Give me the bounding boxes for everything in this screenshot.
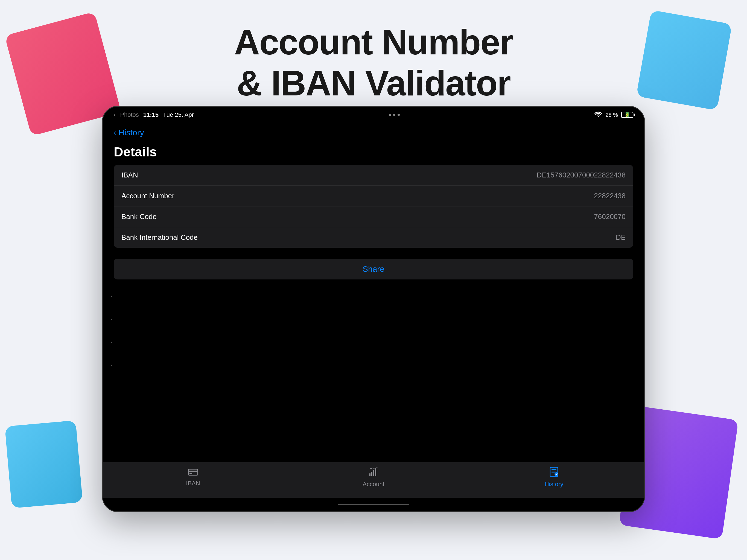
back-chevron-icon: ‹ xyxy=(114,128,116,137)
iban-value: DE15760200700022822438 xyxy=(537,171,626,179)
svg-rect-6 xyxy=(375,468,376,476)
account-tab-icon xyxy=(368,467,379,479)
svg-rect-4 xyxy=(371,472,372,476)
svg-rect-5 xyxy=(373,470,374,476)
scroll-dot-3 xyxy=(111,342,112,343)
details-table: IBAN DE15760200700022822438 Account Numb… xyxy=(114,165,633,248)
svg-rect-0 xyxy=(188,469,198,475)
charging-icon: ⚡ xyxy=(624,112,630,118)
svg-rect-2 xyxy=(189,473,192,474)
tab-bar: IBAN Account xyxy=(103,462,644,498)
home-bar xyxy=(338,504,409,505)
tab-item-iban[interactable]: IBAN xyxy=(166,467,221,487)
table-row-account-number: Account Number 22822438 xyxy=(114,186,633,206)
home-indicator xyxy=(103,498,644,511)
battery-icon: ⚡ xyxy=(621,112,633,118)
wifi-icon xyxy=(594,111,602,119)
bank-international-code-label: Bank International Code xyxy=(121,233,198,242)
iban-tab-label: IBAN xyxy=(186,480,200,487)
status-left: ‹ Photos 11:15 Tue 25. Apr xyxy=(114,111,194,119)
status-time: 11:15 xyxy=(143,111,159,119)
scroll-indicators xyxy=(111,296,112,366)
tab-item-account[interactable]: Account xyxy=(346,467,401,488)
details-title: Details xyxy=(114,144,633,159)
nav-bar: ‹ History xyxy=(103,123,644,140)
account-number-label: Account Number xyxy=(121,192,175,200)
app-content: ‹ History Details IBAN DE157602007000228… xyxy=(103,123,644,511)
svg-rect-1 xyxy=(188,470,198,472)
status-center-dots xyxy=(389,114,400,116)
status-photos-label: Photos xyxy=(120,111,139,119)
status-dot-3 xyxy=(397,114,400,116)
status-dot-1 xyxy=(389,114,391,116)
status-dot-2 xyxy=(393,114,395,116)
page-title: Account Number & IBAN Validator xyxy=(182,22,565,104)
share-button[interactable]: Share xyxy=(114,259,633,279)
bg-decoration-cyan-left xyxy=(5,420,83,508)
status-back-arrow: ‹ xyxy=(114,111,115,119)
share-container: Share xyxy=(103,253,644,285)
account-number-value: 22822438 xyxy=(594,192,626,200)
bank-international-code-value: DE xyxy=(616,233,626,242)
content-spacer xyxy=(103,285,644,462)
bg-decoration-blue-top xyxy=(636,10,732,110)
details-section: Details IBAN DE15760200700022822438 Acco… xyxy=(103,140,644,253)
status-date: Tue 25. Apr xyxy=(163,111,194,119)
scroll-dot-4 xyxy=(111,365,112,366)
table-row-bank-code: Bank Code 76020070 xyxy=(114,206,633,227)
bank-code-label: Bank Code xyxy=(121,212,157,221)
svg-point-11 xyxy=(555,472,558,476)
table-row-iban: IBAN DE15760200700022822438 xyxy=(114,165,633,186)
back-nav-button[interactable]: ‹ History xyxy=(114,128,633,137)
scroll-dot-2 xyxy=(111,319,112,320)
bank-code-value: 76020070 xyxy=(594,212,626,221)
device-frame: ‹ Photos 11:15 Tue 25. Apr 28 % ⚡ xyxy=(103,107,644,511)
status-bar: ‹ Photos 11:15 Tue 25. Apr 28 % ⚡ xyxy=(103,107,644,123)
battery-percent: 28 % xyxy=(606,112,618,118)
share-label: Share xyxy=(363,264,384,274)
scroll-dot-1 xyxy=(111,296,112,297)
status-right: 28 % ⚡ xyxy=(594,111,633,119)
svg-rect-3 xyxy=(369,473,370,476)
page-title-line2: & IBAN Validator xyxy=(237,63,511,103)
back-nav-label: History xyxy=(119,128,144,137)
page-title-line1: Account Number xyxy=(234,22,513,62)
iban-tab-icon xyxy=(188,467,198,478)
table-row-bank-international-code: Bank International Code DE xyxy=(114,227,633,248)
history-tab-label: History xyxy=(545,481,563,488)
iban-label: IBAN xyxy=(121,171,138,179)
tab-item-history[interactable]: History xyxy=(526,467,581,488)
account-tab-label: Account xyxy=(363,481,384,488)
history-tab-icon xyxy=(549,467,559,479)
